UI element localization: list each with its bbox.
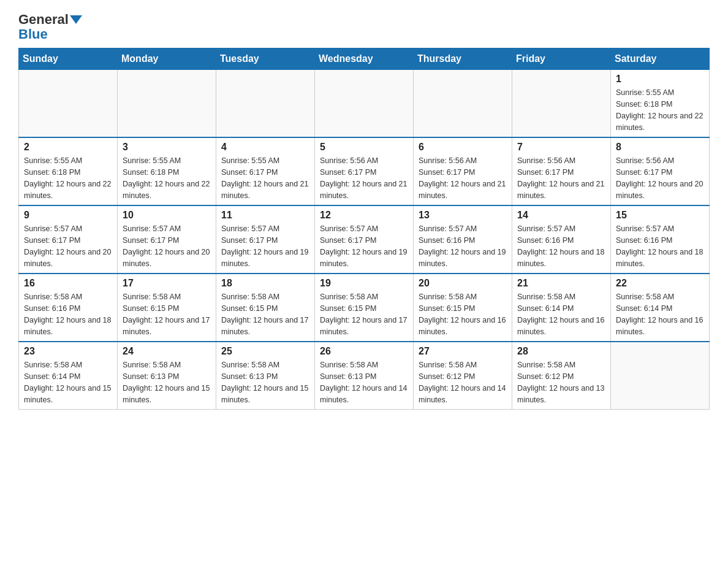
calendar-cell: 4Sunrise: 5:55 AMSunset: 6:17 PMDaylight… (216, 137, 315, 205)
calendar-header-row: SundayMondayTuesdayWednesdayThursdayFrid… (19, 48, 710, 70)
calendar-week-row: 23Sunrise: 5:58 AMSunset: 6:14 PMDayligh… (19, 342, 710, 410)
day-number: 24 (123, 346, 211, 357)
day-header-monday: Monday (118, 48, 216, 70)
calendar-cell: 20Sunrise: 5:58 AMSunset: 6:15 PMDayligh… (414, 274, 512, 342)
day-number: 10 (123, 210, 211, 221)
calendar-cell: 27Sunrise: 5:58 AMSunset: 6:12 PMDayligh… (414, 342, 512, 410)
day-info: Sunrise: 5:55 AMSunset: 6:18 PMDaylight:… (123, 155, 211, 201)
day-info: Sunrise: 5:56 AMSunset: 6:17 PMDaylight:… (419, 155, 507, 201)
calendar-cell: 7Sunrise: 5:56 AMSunset: 6:17 PMDaylight… (512, 137, 611, 205)
calendar-cell: 19Sunrise: 5:58 AMSunset: 6:15 PMDayligh… (315, 274, 414, 342)
day-info: Sunrise: 5:55 AMSunset: 6:18 PMDaylight:… (616, 87, 704, 133)
day-info: Sunrise: 5:57 AMSunset: 6:16 PMDaylight:… (419, 223, 507, 269)
day-info: Sunrise: 5:58 AMSunset: 6:12 PMDaylight:… (419, 359, 507, 405)
calendar-cell: 12Sunrise: 5:57 AMSunset: 6:17 PMDayligh… (315, 205, 414, 274)
day-header-saturday: Saturday (611, 48, 710, 70)
day-number: 15 (616, 210, 704, 221)
calendar-cell: 26Sunrise: 5:58 AMSunset: 6:13 PMDayligh… (315, 342, 414, 410)
day-header-wednesday: Wednesday (315, 48, 414, 70)
day-number: 11 (221, 210, 309, 221)
calendar-cell: 18Sunrise: 5:58 AMSunset: 6:15 PMDayligh… (216, 274, 315, 342)
day-info: Sunrise: 5:58 AMSunset: 6:14 PMDaylight:… (24, 359, 112, 405)
day-number: 26 (320, 346, 408, 357)
day-header-friday: Friday (512, 48, 611, 70)
calendar-cell: 23Sunrise: 5:58 AMSunset: 6:14 PMDayligh… (19, 342, 118, 410)
calendar-cell (414, 70, 512, 138)
logo-triangle-icon (70, 15, 82, 24)
day-info: Sunrise: 5:58 AMSunset: 6:13 PMDaylight:… (320, 359, 408, 405)
calendar-cell: 21Sunrise: 5:58 AMSunset: 6:14 PMDayligh… (512, 274, 611, 342)
calendar-cell: 14Sunrise: 5:57 AMSunset: 6:16 PMDayligh… (512, 205, 611, 274)
day-info: Sunrise: 5:58 AMSunset: 6:13 PMDaylight:… (221, 359, 309, 405)
day-number: 17 (123, 278, 211, 289)
day-number: 6 (419, 142, 507, 153)
calendar: SundayMondayTuesdayWednesdayThursdayFrid… (18, 48, 710, 410)
calendar-cell (315, 70, 414, 138)
day-number: 18 (221, 278, 309, 289)
calendar-week-row: 2Sunrise: 5:55 AMSunset: 6:18 PMDaylight… (19, 137, 710, 205)
day-info: Sunrise: 5:58 AMSunset: 6:14 PMDaylight:… (616, 291, 704, 337)
logo-general-text: General (18, 12, 69, 27)
day-number: 1 (616, 74, 704, 85)
calendar-cell: 1Sunrise: 5:55 AMSunset: 6:18 PMDaylight… (611, 70, 710, 138)
day-info: Sunrise: 5:57 AMSunset: 6:17 PMDaylight:… (24, 223, 112, 269)
day-info: Sunrise: 5:56 AMSunset: 6:17 PMDaylight:… (517, 155, 605, 201)
day-header-thursday: Thursday (414, 48, 512, 70)
day-number: 7 (517, 142, 605, 153)
calendar-week-row: 16Sunrise: 5:58 AMSunset: 6:16 PMDayligh… (19, 274, 710, 342)
day-number: 12 (320, 210, 408, 221)
day-info: Sunrise: 5:58 AMSunset: 6:14 PMDaylight:… (517, 291, 605, 337)
calendar-cell (512, 70, 611, 138)
calendar-cell (19, 70, 118, 138)
day-info: Sunrise: 5:57 AMSunset: 6:16 PMDaylight:… (616, 223, 704, 269)
day-info: Sunrise: 5:58 AMSunset: 6:16 PMDaylight:… (24, 291, 112, 337)
page-header: General Blue (18, 12, 710, 42)
day-info: Sunrise: 5:58 AMSunset: 6:15 PMDaylight:… (221, 291, 309, 337)
day-info: Sunrise: 5:57 AMSunset: 6:16 PMDaylight:… (517, 223, 605, 269)
day-number: 2 (24, 142, 112, 153)
calendar-cell: 5Sunrise: 5:56 AMSunset: 6:17 PMDaylight… (315, 137, 414, 205)
day-info: Sunrise: 5:58 AMSunset: 6:15 PMDaylight:… (419, 291, 507, 337)
calendar-cell: 24Sunrise: 5:58 AMSunset: 6:13 PMDayligh… (118, 342, 216, 410)
day-number: 19 (320, 278, 408, 289)
calendar-cell: 25Sunrise: 5:58 AMSunset: 6:13 PMDayligh… (216, 342, 315, 410)
calendar-cell: 8Sunrise: 5:56 AMSunset: 6:17 PMDaylight… (611, 137, 710, 205)
day-number: 20 (419, 278, 507, 289)
calendar-cell (216, 70, 315, 138)
day-info: Sunrise: 5:58 AMSunset: 6:12 PMDaylight:… (517, 359, 605, 405)
calendar-cell: 15Sunrise: 5:57 AMSunset: 6:16 PMDayligh… (611, 205, 710, 274)
day-number: 28 (517, 346, 605, 357)
day-number: 4 (221, 142, 309, 153)
day-number: 3 (123, 142, 211, 153)
day-header-tuesday: Tuesday (216, 48, 315, 70)
day-info: Sunrise: 5:56 AMSunset: 6:17 PMDaylight:… (616, 155, 704, 201)
day-info: Sunrise: 5:57 AMSunset: 6:17 PMDaylight:… (221, 223, 309, 269)
calendar-cell: 17Sunrise: 5:58 AMSunset: 6:15 PMDayligh… (118, 274, 216, 342)
calendar-cell (118, 70, 216, 138)
calendar-cell: 3Sunrise: 5:55 AMSunset: 6:18 PMDaylight… (118, 137, 216, 205)
calendar-cell: 28Sunrise: 5:58 AMSunset: 6:12 PMDayligh… (512, 342, 611, 410)
day-number: 9 (24, 210, 112, 221)
calendar-cell: 11Sunrise: 5:57 AMSunset: 6:17 PMDayligh… (216, 205, 315, 274)
calendar-cell: 2Sunrise: 5:55 AMSunset: 6:18 PMDaylight… (19, 137, 118, 205)
calendar-cell: 9Sunrise: 5:57 AMSunset: 6:17 PMDaylight… (19, 205, 118, 274)
day-number: 25 (221, 346, 309, 357)
day-header-sunday: Sunday (19, 48, 118, 70)
day-info: Sunrise: 5:57 AMSunset: 6:17 PMDaylight:… (123, 223, 211, 269)
calendar-cell: 22Sunrise: 5:58 AMSunset: 6:14 PMDayligh… (611, 274, 710, 342)
calendar-cell: 10Sunrise: 5:57 AMSunset: 6:17 PMDayligh… (118, 205, 216, 274)
day-info: Sunrise: 5:58 AMSunset: 6:13 PMDaylight:… (123, 359, 211, 405)
day-number: 14 (517, 210, 605, 221)
calendar-cell: 16Sunrise: 5:58 AMSunset: 6:16 PMDayligh… (19, 274, 118, 342)
day-number: 21 (517, 278, 605, 289)
day-info: Sunrise: 5:55 AMSunset: 6:18 PMDaylight:… (24, 155, 112, 201)
day-number: 22 (616, 278, 704, 289)
calendar-week-row: 1Sunrise: 5:55 AMSunset: 6:18 PMDaylight… (19, 70, 710, 138)
logo: General Blue (18, 12, 82, 42)
day-info: Sunrise: 5:58 AMSunset: 6:15 PMDaylight:… (123, 291, 211, 337)
day-info: Sunrise: 5:55 AMSunset: 6:17 PMDaylight:… (221, 155, 309, 201)
calendar-cell: 6Sunrise: 5:56 AMSunset: 6:17 PMDaylight… (414, 137, 512, 205)
day-number: 23 (24, 346, 112, 357)
day-number: 16 (24, 278, 112, 289)
calendar-week-row: 9Sunrise: 5:57 AMSunset: 6:17 PMDaylight… (19, 205, 710, 274)
